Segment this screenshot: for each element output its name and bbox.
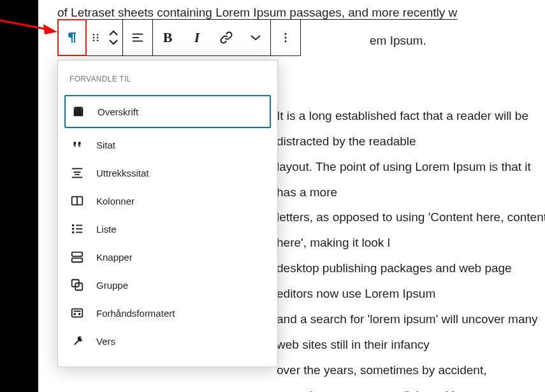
toolbar-group-more — [271, 20, 300, 55]
transform-item-group[interactable]: Gruppe — [58, 271, 277, 299]
drag-handle-button[interactable] — [87, 20, 105, 55]
transform-item-list[interactable]: Liste — [58, 215, 277, 243]
block-toolbar: B I — [57, 19, 301, 56]
svg-point-3 — [97, 34, 99, 36]
transform-item-buttons[interactable]: Knapper — [58, 243, 277, 271]
verse-icon — [69, 333, 85, 349]
svg-point-25 — [73, 232, 74, 233]
bold-button[interactable]: B — [153, 20, 182, 55]
svg-point-7 — [97, 40, 99, 41]
group-icon — [69, 277, 85, 293]
kebab-icon — [279, 31, 292, 44]
align-button[interactable] — [123, 20, 152, 55]
svg-point-6 — [93, 40, 95, 41]
svg-point-2 — [93, 34, 95, 36]
transform-item-label: Overskrift — [98, 106, 138, 117]
buttons-icon — [69, 249, 85, 265]
transform-item-label: Forhåndsformatert — [96, 308, 175, 319]
svg-rect-28 — [72, 258, 83, 262]
toolbar-group-align — [123, 20, 153, 55]
transform-item-pullquote[interactable]: Uttrekkssitat — [58, 159, 277, 187]
svg-point-11 — [285, 33, 287, 35]
link-button[interactable] — [212, 20, 241, 55]
heading-block-icon — [71, 104, 86, 119]
svg-point-13 — [285, 40, 287, 42]
more-format-button[interactable] — [241, 20, 270, 55]
transform-item-label: Kolonner — [96, 196, 134, 207]
italic-button[interactable]: I — [182, 20, 212, 55]
toolbar-group-block — [58, 20, 123, 55]
more-options-button[interactable] — [271, 20, 300, 55]
chevron-up-icon — [109, 30, 118, 36]
align-left-icon — [131, 31, 145, 45]
svg-point-21 — [73, 225, 74, 226]
transform-item-label: Sitat — [96, 140, 115, 150]
list-icon — [69, 221, 85, 236]
transform-item-label: Liste — [96, 224, 117, 235]
transform-item-label: Vers — [96, 336, 115, 347]
columns-icon — [69, 193, 85, 208]
svg-rect-31 — [72, 309, 83, 317]
chevron-down-icon — [251, 34, 261, 41]
transform-item-columns[interactable]: Kolonner — [58, 187, 277, 215]
svg-point-33 — [79, 314, 80, 315]
pullquote-icon — [69, 165, 85, 180]
preformatted-icon — [69, 305, 85, 321]
pilcrow-icon — [64, 30, 80, 45]
transform-item-preformatted[interactable]: Forhåndsformatert — [58, 299, 277, 327]
svg-rect-27 — [72, 252, 83, 256]
svg-point-23 — [73, 228, 74, 229]
transform-item-quote[interactable]: Sitat — [58, 131, 277, 159]
transform-item-verse[interactable]: Vers — [58, 327, 277, 355]
svg-point-12 — [285, 37, 287, 39]
transform-popover: FORVANDLE TIL Overskrift Sitat Uttrekkss… — [57, 60, 278, 367]
block-type-button[interactable] — [57, 19, 87, 56]
transform-item-label: Knapper — [96, 252, 133, 263]
quote-icon — [69, 137, 85, 152]
link-icon — [219, 30, 234, 45]
drag-dots-icon — [90, 32, 101, 43]
transform-item-label: Gruppe — [96, 280, 128, 291]
chevron-down-icon — [109, 39, 118, 45]
transform-item-label: Uttrekkssitat — [96, 168, 149, 178]
toolbar-group-format: B I — [153, 20, 271, 55]
transform-item-heading[interactable]: Overskrift — [64, 95, 271, 128]
move-up-down-button[interactable] — [105, 20, 122, 55]
popover-heading: FORVANDLE TIL — [58, 68, 277, 92]
svg-point-5 — [97, 37, 99, 39]
svg-point-4 — [93, 37, 95, 39]
left-black-strip — [0, 0, 38, 392]
svg-point-32 — [74, 314, 75, 315]
svg-marker-1 — [43, 24, 57, 34]
